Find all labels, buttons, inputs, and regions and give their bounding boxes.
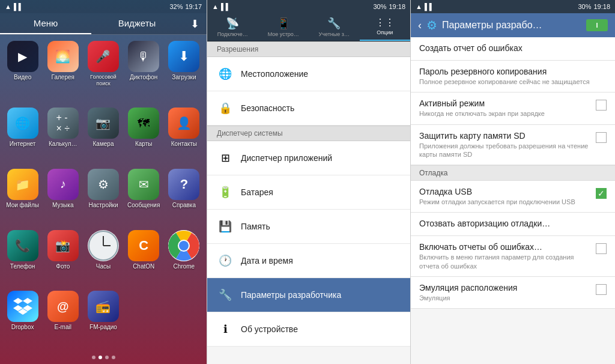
options-icon: ⋮⋮ xyxy=(375,17,395,28)
item-location[interactable]: 🌐 Местоположение xyxy=(207,57,410,91)
app-photos[interactable]: 📸 Фото xyxy=(45,230,80,287)
tab-accounts[interactable]: 🔧 Учетные з… xyxy=(309,13,360,41)
app-chrome[interactable]: Chrome xyxy=(166,230,202,287)
home-screen: ▲ ▌▌ 32% 19:17 Меню Виджеты ⬇ ▶ Видео 🌅 … xyxy=(0,0,207,364)
app-label-chaton: ChatON xyxy=(133,263,154,270)
dev-status-bar: ▲ ▌▌ 30% 19:18 xyxy=(411,0,615,13)
app-clock[interactable]: Часы xyxy=(85,230,121,287)
app-files[interactable]: 📁 Мои файлы xyxy=(5,169,40,225)
app-label-camera: Камера xyxy=(93,141,114,148)
dev-item-active-mode[interactable]: Активный режим Никогда не отключать экра… xyxy=(411,93,615,124)
fm-icon: 📻 xyxy=(88,291,119,322)
dev-wifi-icon: ▲ xyxy=(416,3,422,10)
app-phone[interactable]: 📞 Телефон xyxy=(5,230,40,287)
back-button[interactable]: ‹ xyxy=(418,19,422,32)
mock-loc-checkbox[interactable] xyxy=(596,284,607,295)
item-appmgr-label: Диспетчер приложений xyxy=(241,153,332,163)
app-help[interactable]: ? Справка xyxy=(166,169,202,225)
dev-item-revoke-auth[interactable]: Отозвать авторизацию отладки… xyxy=(411,213,615,236)
home-status-left: ▲ ▌▌ xyxy=(5,3,23,10)
app-maps[interactable]: 🗺 Карты xyxy=(126,108,162,164)
dot-2 xyxy=(98,356,102,359)
app-label-messages: Сообщения xyxy=(127,202,160,209)
section-permissions: Разрешения xyxy=(207,41,410,57)
dot-3 xyxy=(105,356,109,359)
app-messages[interactable]: ✉ Сообщения xyxy=(126,169,162,225)
app-video[interactable]: ▶ Видео xyxy=(5,41,40,103)
dev-item-mock-title: Эмуляция расположения xyxy=(419,283,596,293)
dev-item-usb-content: Отладка USB Режим отладки запускается пр… xyxy=(419,187,596,206)
item-devopt[interactable]: 🔧 Параметры разработчика xyxy=(207,278,410,312)
tab-connect[interactable]: 📡 Подключе… xyxy=(207,13,258,41)
app-calc[interactable]: + -× ÷ Калькул… xyxy=(45,108,80,164)
settings-icon: ⚙ xyxy=(88,169,119,200)
settings-wifi-icon: ▲ xyxy=(212,3,219,10)
app-voice[interactable]: 🎤 Голосовой поиск xyxy=(85,41,121,103)
camera-icon: 📷 xyxy=(88,108,119,139)
dev-status-left: ▲ ▌▌ xyxy=(416,3,434,10)
app-downloads[interactable]: ⬇ Загрузки xyxy=(166,41,202,103)
checkmark-icon: ✓ xyxy=(598,189,605,198)
tab-options[interactable]: ⋮⋮ Опции xyxy=(360,13,411,41)
settings-status-bar: ▲ ▌▌ 30% 19:18 xyxy=(207,0,410,13)
dev-header-title: Параметры разрабо… xyxy=(442,20,581,31)
messages-icon: ✉ xyxy=(128,169,159,200)
appmgr-icon: ⊞ xyxy=(217,150,234,166)
tab-device-label: Мое устро… xyxy=(268,31,299,37)
dev-item-backup-title: Пароль резервного копирования xyxy=(419,67,607,76)
dev-signal-icon: ▌▌ xyxy=(425,3,434,10)
internet-icon: 🌐 xyxy=(7,108,38,139)
svg-marker-7 xyxy=(23,298,32,304)
app-camera[interactable]: 📷 Камера xyxy=(85,108,121,164)
dev-toggle[interactable]: I xyxy=(586,19,608,31)
item-datetime-label: Дата и время xyxy=(241,256,293,265)
app-label-contacts: Контакты xyxy=(171,141,197,148)
settings-time: 19:18 xyxy=(389,3,405,10)
app-internet[interactable]: 🌐 Интернет xyxy=(5,108,40,164)
app-email[interactable]: @ E-mail xyxy=(45,291,80,347)
app-gallery[interactable]: 🌅 Галерея xyxy=(45,41,80,103)
tab-device[interactable]: 📱 Мое устро… xyxy=(258,13,309,41)
app-chaton[interactable]: C ChatON xyxy=(126,230,162,287)
tab-menu[interactable]: Меню xyxy=(0,13,91,34)
dot-4 xyxy=(112,356,115,359)
dev-item-revoke-title: Отозвать авторизацию отладки… xyxy=(419,219,607,228)
item-battery[interactable]: 🔋 Батарея xyxy=(207,175,410,210)
dot-1 xyxy=(92,356,95,359)
app-contacts[interactable]: 👤 Контакты xyxy=(166,108,202,164)
chaton-icon: C xyxy=(128,230,159,261)
bug-reports-checkbox[interactable] xyxy=(596,243,607,254)
app-label-fm: FM-радио xyxy=(89,324,117,331)
item-datetime[interactable]: 🕐 Дата и время xyxy=(207,244,410,278)
item-appmgr[interactable]: ⊞ Диспетчер приложений xyxy=(207,141,410,175)
item-about-label: Об устройстве xyxy=(241,324,298,334)
item-memory[interactable]: 💾 Память xyxy=(207,210,410,244)
download-button[interactable]: ⬇ xyxy=(183,13,207,34)
tab-options-label: Опции xyxy=(377,29,393,35)
dev-item-mock-loc[interactable]: Эмуляция расположения Эмуляция xyxy=(411,277,615,309)
usb-debug-checkbox[interactable]: ✓ xyxy=(596,188,607,199)
dev-item-report[interactable]: Создать отчет об ошибках xyxy=(411,37,615,61)
protect-sd-checkbox[interactable] xyxy=(596,132,607,143)
app-fm[interactable]: 📻 FM-радио xyxy=(85,291,121,347)
app-music[interactable]: ♪ Музыка xyxy=(45,169,80,225)
item-about[interactable]: ℹ Об устройстве xyxy=(207,312,410,347)
accounts-icon: 🔧 xyxy=(327,17,341,30)
app-dictophone[interactable]: 🎙 Диктофон xyxy=(126,41,162,103)
dev-item-report-content: Создать отчет об ошибках xyxy=(419,43,607,54)
svg-point-5 xyxy=(179,241,189,250)
dev-item-protect-sd[interactable]: Защитить карту памяти SD Приложения долж… xyxy=(411,125,615,166)
app-dropbox[interactable]: Dropbox xyxy=(5,291,40,347)
settings-battery: 30% xyxy=(373,3,386,10)
active-mode-checkbox[interactable] xyxy=(596,100,607,111)
dev-item-bug-reports[interactable]: Включать отчеты об ошибках… Включить в м… xyxy=(411,236,615,277)
voice-icon: 🎤 xyxy=(88,41,119,72)
dev-item-usb-debug[interactable]: Отладка USB Режим отладки запускается пр… xyxy=(411,181,615,213)
app-settings[interactable]: ⚙ Настройки xyxy=(85,169,121,225)
video-icon: ▶ xyxy=(7,41,38,72)
dev-item-usb-desc: Режим отладки запускается при подключени… xyxy=(419,198,596,206)
tab-widgets[interactable]: Виджеты xyxy=(91,13,183,34)
location-icon: 🌐 xyxy=(217,65,234,82)
item-security[interactable]: 🔒 Безопасность xyxy=(207,91,410,126)
dev-item-backup-pwd[interactable]: Пароль резервного копирования Полное рез… xyxy=(411,61,615,93)
